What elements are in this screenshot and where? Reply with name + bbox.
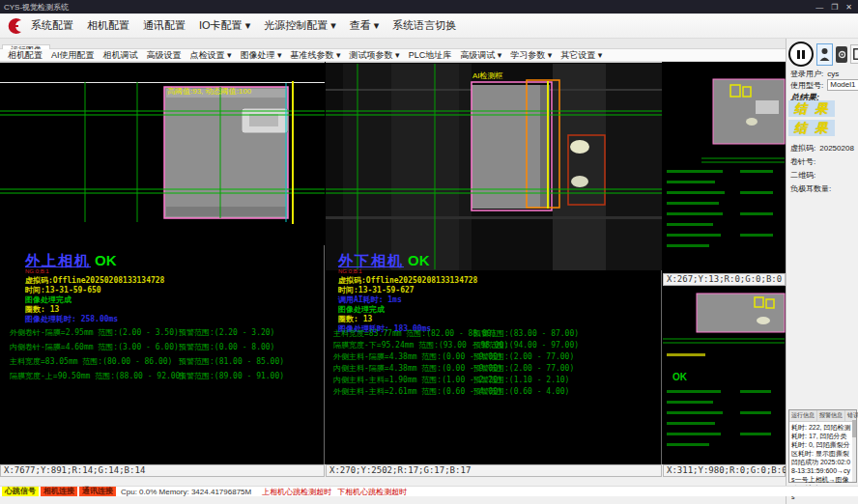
- camera-panel-lower[interactable]: AI检测框 外下相机 OK NG:0;B:1 虚拟码:Offline202502…: [326, 62, 662, 464]
- result-box: 结 果: [788, 120, 835, 136]
- thumbnail-image-top[interactable]: [663, 62, 786, 273]
- camera-image-upper[interactable]: 高阈值:93, 动态阈值:100: [0, 62, 325, 245]
- camera-ok-status: OK: [95, 252, 117, 268]
- toolbar-item[interactable]: 相机调试: [103, 49, 138, 62]
- coordinate-readout-thumb-bottom: X:311;Y:980;R:0;G:0;B:0: [663, 464, 786, 477]
- gear-icon: [838, 50, 846, 59]
- sidebar-field: 虚拟码: 20250208: [790, 143, 854, 154]
- info-line: 虚拟码:Offline20250208133134728: [338, 276, 477, 286]
- app-window: CYS-视觉检测系统 — ❐ ✕ 系统配置相机配置通讯配置IO卡配置 ▾光源控制…: [0, 0, 858, 504]
- thumbnail-image-bottom[interactable]: OK: [663, 286, 786, 464]
- result-box-text: 结 果: [794, 100, 830, 118]
- measurement-value: 主料宽度=83.77mm 范围:(82.00 - 88.00): [333, 328, 473, 340]
- camera-info-lines: 虚拟码:Offline20250208133134728时间:13-31-59-…: [25, 276, 164, 324]
- thumbnail-panel-bottom[interactable]: OK: [663, 286, 786, 464]
- measurement-warning-range: 预警范围:(94.00 - 97.00): [473, 340, 579, 351]
- toolbar-item[interactable]: 基准线参数 ▾: [291, 49, 341, 62]
- toolbar-item[interactable]: 相机配置: [8, 49, 43, 62]
- field-label: 负极耳数量:: [790, 183, 831, 194]
- toolbar-item[interactable]: 图像处理 ▾: [241, 49, 282, 62]
- measurement-value: 内侧主料-隔膜=4.38mm 范围:(0.00 - 9.00): [333, 363, 473, 375]
- exit-button[interactable]: [850, 44, 858, 64]
- title-bar: CYS-视觉检测系统 — ❐ ✕: [0, 0, 858, 14]
- info-line: 时间:13-31-59-650: [25, 286, 164, 295]
- close-icon[interactable]: ✕: [845, 3, 852, 12]
- toolbar-item[interactable]: 高级调试 ▾: [460, 49, 501, 62]
- log-scrollbar[interactable]: [852, 418, 856, 482]
- camera-image-lower[interactable]: AI检测框: [326, 62, 662, 270]
- heartbeat-timeout-warning: 上相机心跳检测超时: [262, 487, 331, 497]
- sidebar-field: 二维码:: [790, 170, 819, 181]
- info-line: 圈数: 13: [25, 305, 164, 315]
- tool-bar: 相机配置AI使用配置相机调试高级设置点检设置 ▾图像处理 ▾基准线参数 ▾测试项…: [0, 49, 786, 62]
- menu-item[interactable]: 光源控制配置 ▾: [264, 18, 336, 33]
- thumbnail-ok-status: OK: [672, 372, 688, 382]
- camera-ok-status: OK: [408, 252, 430, 268]
- pause-button[interactable]: [788, 42, 814, 67]
- measurement-value: 外侧卷针-隔膜=2.95mm 范围:(2.00 - 3.50): [10, 325, 179, 340]
- user-button[interactable]: [816, 43, 833, 66]
- measurement-row: 主料宽度=83.77mm 范围:(82.00 - 88.00) 预警范围:(83…: [333, 328, 579, 340]
- measurement-warning-range: 预警范围:(89.00 - 91.00): [179, 369, 284, 383]
- toolbar-item[interactable]: 其它设置 ▾: [560, 49, 602, 62]
- menu-item[interactable]: 系统配置: [31, 18, 73, 33]
- measurement-warning-range: 预警范围:(0.00 - 8.00): [179, 340, 274, 354]
- toolbar-item[interactable]: 高级设置: [147, 49, 182, 62]
- log-tabs: 运行信息报警信息错误信息: [789, 410, 856, 422]
- status-badges: 心跳信号相机连接通讯连接: [2, 487, 116, 496]
- log-tab[interactable]: 运行信息: [789, 410, 817, 421]
- toolbar-item[interactable]: 点检设置 ▾: [190, 49, 232, 62]
- model-select[interactable]: Model1: [827, 79, 858, 91]
- measurement-row: 外侧卷针-隔膜=2.95mm 范围:(2.00 - 3.50) 预警范围:(2.…: [10, 325, 284, 340]
- menu-item[interactable]: 系统语言切换: [392, 18, 456, 33]
- toolbar-item[interactable]: 学习参数 ▾: [510, 49, 552, 62]
- log-tab[interactable]: 报警信息: [817, 410, 845, 421]
- sidebar-field: 负极耳数量:: [790, 183, 835, 194]
- window-title: CYS-视觉检测系统: [4, 2, 69, 13]
- measurement-value: 隔膜宽度-上=90.50mm 范围:(88.00 - 92.00): [10, 369, 179, 383]
- pause-icon: [797, 50, 800, 59]
- measurement-warning-range: 预警范围:(2.00 - 77.00): [473, 351, 574, 363]
- info-line: 圈数: 13: [338, 315, 477, 324]
- menu-item[interactable]: 相机配置: [87, 18, 129, 33]
- view-tab-bar: 运行图像: [0, 39, 786, 49]
- menu-bar: 系统配置相机配置通讯配置IO卡配置 ▾光源控制配置 ▾查看 ▾系统语言切换: [0, 14, 858, 39]
- toolbar-item[interactable]: 测试项参数 ▾: [350, 49, 400, 62]
- field-label: 虚拟码:: [790, 143, 815, 154]
- info-line: 虚拟码:Offline20250208133134728: [25, 276, 164, 286]
- cpu-memory-readout: Cpu: 0.0% Memory: 3424.41796875M: [121, 488, 251, 496]
- measurement-value: 外侧主料-隔膜=4.38mm 范围:(0.00 - 9.00): [333, 351, 473, 363]
- info-line: 图像处理完成: [338, 305, 477, 315]
- coordinate-readout-upper: X:7677;Y:891;R:14;G:14;B:14: [0, 464, 325, 477]
- main-image-area: 高阈值:93, 动态阈值:100 外上相机 OK NG:0;B:1 虚拟码:Of…: [0, 62, 786, 464]
- menu-items: 系统配置相机配置通讯配置IO卡配置 ▾光源控制配置 ▾查看 ▾系统语言切换: [31, 18, 456, 33]
- measurement-value: 内侧主料-主料=1.90mm 范围:(1.00 - 2.20): [333, 375, 473, 386]
- info-line: 图像处理耗时: 258.00ms: [25, 315, 164, 324]
- measurement-value: 外侧主料-主料=2.61mm 范围:(0.60 - 4.00): [333, 386, 473, 398]
- measurement-value: 主料宽度=83.05mm 范围:(80.00 - 86.00): [10, 354, 179, 369]
- maximize-icon[interactable]: ❐: [831, 3, 838, 12]
- app-logo-icon: [4, 15, 25, 37]
- menu-item[interactable]: 查看 ▾: [350, 18, 380, 33]
- thumbnail-panel-top[interactable]: [663, 62, 786, 273]
- measurement-row: 内侧主料-主料=1.90mm 范围:(1.00 - 2.20) 预警范围:(1.…: [333, 375, 579, 386]
- measurement-value: 内侧卷针-隔膜=4.60mm 范围:(3.00 - 6.00): [10, 340, 179, 354]
- coordinate-readout-lower: X:270;Y:2502;R:17;G:17;B:17: [326, 464, 662, 477]
- right-sidebar: 登录用户: cys 使用型号: Model1 总结果: 结 果 结 果: [786, 39, 858, 504]
- measurement-warning-range: 预警范围:(2.20 - 3.20): [179, 325, 274, 340]
- toolbar-item[interactable]: PLC地址库: [409, 49, 452, 62]
- camera-panel-upper[interactable]: 高阈值:93, 动态阈值:100 外上相机 OK NG:0;B:1 虚拟码:Of…: [0, 62, 325, 464]
- minimize-icon[interactable]: —: [815, 3, 823, 12]
- login-user-label: 登录用户:: [790, 69, 823, 79]
- menu-item[interactable]: 通讯配置: [143, 18, 186, 33]
- measurement-warning-range: 预警范围:(0.60 - 4.00): [473, 386, 569, 398]
- toolbar-item[interactable]: AI使用配置: [51, 49, 95, 62]
- info-line: 图像处理完成: [25, 295, 164, 305]
- result-box-text: 结 果: [794, 120, 830, 137]
- menu-item[interactable]: IO卡配置 ▾: [199, 18, 250, 33]
- sidebar-field: 卷针号:: [790, 156, 819, 167]
- measurement-row: 外侧主料-隔膜=4.38mm 范围:(0.00 - 9.00) 预警范围:(2.…: [333, 351, 579, 363]
- settings-button[interactable]: [836, 46, 847, 63]
- login-user-value: cys: [827, 70, 839, 78]
- user-icon: [819, 47, 830, 62]
